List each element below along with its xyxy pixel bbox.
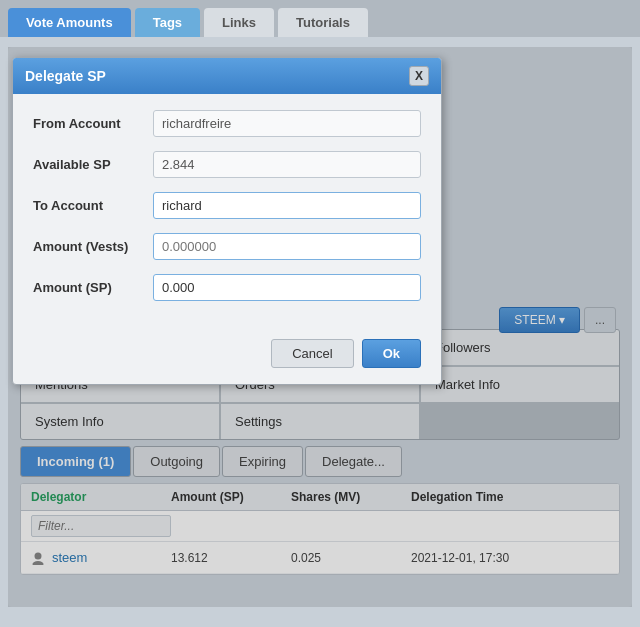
dialog-footer: Cancel Ok bbox=[13, 331, 441, 384]
top-tab-tags[interactable]: Tags bbox=[135, 8, 200, 37]
top-tab-bar: Vote AmountsTagsLinksTutorials bbox=[0, 0, 640, 37]
from-account-label: From Account bbox=[33, 116, 153, 131]
amount-sp-input[interactable] bbox=[153, 274, 421, 301]
delegate-sp-dialog: Delegate SP X From Account Available SP bbox=[12, 57, 442, 385]
top-tab-links[interactable]: Links bbox=[204, 8, 274, 37]
dialog-body: From Account Available SP To Account bbox=[13, 94, 441, 331]
content-area: STEEM ▾ ... Witness DetailsDelegationsFo… bbox=[8, 47, 632, 607]
available-sp-input bbox=[153, 151, 421, 178]
main-background: STEEM ▾ ... Witness DetailsDelegationsFo… bbox=[0, 37, 640, 617]
amount-vests-row: Amount (Vests) bbox=[33, 233, 421, 260]
from-account-row: From Account bbox=[33, 110, 421, 137]
dialog-title: Delegate SP bbox=[25, 68, 106, 84]
from-account-input bbox=[153, 110, 421, 137]
amount-sp-row: Amount (SP) bbox=[33, 274, 421, 301]
available-sp-row: Available SP bbox=[33, 151, 421, 178]
dialog-close-button[interactable]: X bbox=[409, 66, 429, 86]
dialog-overlay: Delegate SP X From Account Available SP bbox=[8, 47, 632, 607]
ok-button[interactable]: Ok bbox=[362, 339, 421, 368]
amount-sp-label: Amount (SP) bbox=[33, 280, 153, 295]
amount-vests-input[interactable] bbox=[153, 233, 421, 260]
cancel-button[interactable]: Cancel bbox=[271, 339, 353, 368]
to-account-row: To Account bbox=[33, 192, 421, 219]
dialog-header: Delegate SP X bbox=[13, 58, 441, 94]
to-account-label: To Account bbox=[33, 198, 153, 213]
available-sp-label: Available SP bbox=[33, 157, 153, 172]
amount-vests-label: Amount (Vests) bbox=[33, 239, 153, 254]
to-account-input[interactable] bbox=[153, 192, 421, 219]
top-tab-tutorials[interactable]: Tutorials bbox=[278, 8, 368, 37]
top-tab-vote-amounts[interactable]: Vote Amounts bbox=[8, 8, 131, 37]
